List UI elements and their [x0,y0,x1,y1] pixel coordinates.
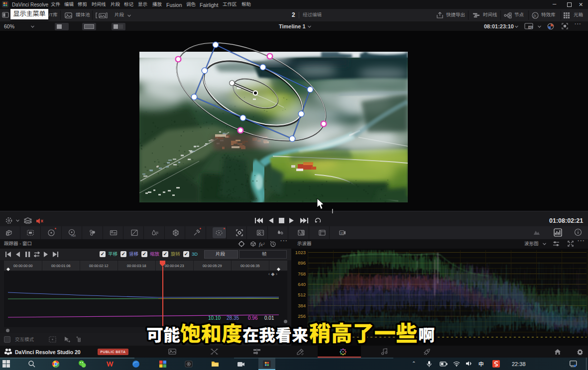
svg-text:稍高了一些: 稍高了一些 [309,316,418,348]
svg-text:可能: 可能 [146,322,180,346]
svg-text:啊: 啊 [418,322,435,346]
svg-text:饱和度: 饱和度 [180,317,242,347]
svg-text:在我看来: 在我看来 [242,322,308,346]
